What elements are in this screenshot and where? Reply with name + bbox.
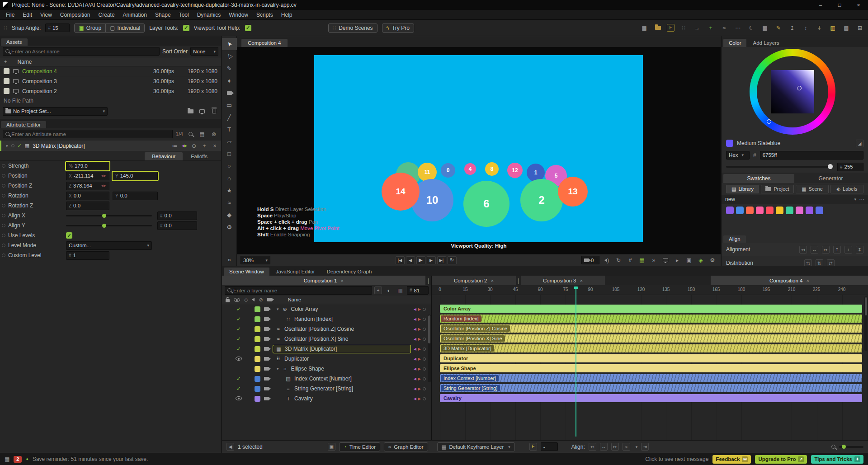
color-swatch[interactable] xyxy=(746,207,754,214)
color-swatch[interactable] xyxy=(756,207,764,214)
layer-color-swatch[interactable] xyxy=(255,356,260,362)
close-icon[interactable]: × xyxy=(491,278,494,283)
asset-row[interactable]: Composition 3 30.00fps 1920 x 1080 xyxy=(0,76,221,86)
layer-row-content[interactable]: ▾○Ellipse Shape xyxy=(273,365,411,373)
timeline-bar[interactable]: Oscillator [Position.Z] Cosine xyxy=(440,324,862,333)
attribute-editor-tab[interactable]: Attribute Editor xyxy=(1,121,46,128)
swatch-group-row[interactable]: new ▾ ⋯ xyxy=(722,195,868,204)
position-y-field[interactable]: Y145.0 xyxy=(113,172,158,180)
expand-icon[interactable]: ▾ xyxy=(277,307,279,311)
attribute-search-input[interactable] xyxy=(3,130,173,138)
keyframe-left-icon[interactable]: ◀ xyxy=(414,387,416,391)
shape-column-icon[interactable]: ◇ xyxy=(244,297,248,303)
menu-tool[interactable]: Tool xyxy=(175,10,193,19)
layer-name[interactable]: Random [Index] xyxy=(294,316,333,322)
keyframe-circle-icon[interactable] xyxy=(423,357,426,361)
folder-icon[interactable] xyxy=(653,23,662,33)
keyframe-left-icon[interactable]: ◀ xyxy=(414,397,416,401)
try-pro-button[interactable]: ϟTry Pro xyxy=(382,23,414,33)
color-swatch[interactable] xyxy=(766,207,774,214)
color-swatch[interactable] xyxy=(796,207,803,214)
alpha-knob[interactable] xyxy=(828,164,833,169)
keyframe-circle-icon[interactable] xyxy=(423,377,426,380)
visibility-check-icon[interactable]: ✓ xyxy=(235,326,243,332)
menu-dynamics[interactable]: Dynamics xyxy=(193,10,225,19)
timeline-ruler[interactable]: 0 15 30 45 60 75 90 105 120 135 150 165 … xyxy=(432,285,868,295)
use-levels-checkbox[interactable]: ✓ xyxy=(66,232,72,239)
layer-row[interactable]: ▾○Ellipse Shape ◀▶ xyxy=(222,364,431,374)
keyframe-circle-icon[interactable] xyxy=(423,397,426,400)
layers-icon[interactable]: ▣ xyxy=(684,256,693,265)
align-center-h-icon[interactable]: ↔ xyxy=(811,246,818,254)
hue-knob[interactable] xyxy=(767,119,771,124)
expand-icon[interactable]: ▾ xyxy=(277,366,279,371)
keyframe-layer-dropdown[interactable]: ▦Default Keyframe Layer▾ xyxy=(437,442,515,451)
alpha-field[interactable]: #255 xyxy=(837,163,863,171)
visibility-check-icon[interactable]: ✓ xyxy=(235,385,243,392)
layer-row[interactable]: ✓ ≡String Generator [String] ◀▶ xyxy=(222,384,431,394)
timeline-bar[interactable]: String Generator [String] xyxy=(440,384,862,392)
hex-mode-dropdown[interactable]: Hex▾ xyxy=(726,151,750,160)
alpha-slider[interactable] xyxy=(726,166,834,168)
sv-knob[interactable] xyxy=(797,86,802,90)
refresh-icon[interactable]: ↻ xyxy=(614,256,623,265)
sparkle-tool[interactable]: ◆ xyxy=(222,209,237,221)
playhead-handle[interactable] xyxy=(574,287,578,289)
strength-field[interactable]: %179.0 xyxy=(66,162,109,170)
keyframe-toggle-icon[interactable] xyxy=(2,214,5,217)
timeline-bar[interactable]: Oscillator [Position.X] Sine xyxy=(440,334,862,343)
layer-row-content[interactable]: ▦3D Matrix [Duplicator] xyxy=(273,345,411,353)
keyframe-arrows-icon[interactable]: ◀▶ xyxy=(182,144,187,148)
align-y-slider[interactable] xyxy=(66,225,152,226)
minimize-button[interactable]: – xyxy=(811,0,830,10)
align-bottom-icon[interactable]: ↧ xyxy=(815,23,824,33)
color-swatch[interactable] xyxy=(736,207,744,214)
keyframe-right-icon[interactable]: ▶ xyxy=(418,357,421,361)
viewport-tool-help-checkbox[interactable]: ✓ xyxy=(245,25,251,31)
timeline-scrollbar[interactable] xyxy=(864,296,868,351)
layer-row-content[interactable]: ≡String Generator [String] xyxy=(283,385,411,393)
duplicated-circle[interactable]: 14 xyxy=(382,173,420,211)
keyframe-left-icon[interactable]: ◀ xyxy=(414,307,416,311)
close-icon[interactable]: × xyxy=(806,278,809,283)
layer-list-scrollbar[interactable] xyxy=(428,315,431,382)
more-dots-icon[interactable]: ⋯ xyxy=(733,23,742,33)
keyframe-left-icon[interactable]: ◀ xyxy=(414,327,416,331)
layer-color-swatch[interactable] xyxy=(255,376,260,382)
hex-value-field[interactable]: 6755ff xyxy=(760,151,863,160)
tab-javascript-editor[interactable]: JavaScript Editor xyxy=(270,268,321,276)
asset-name[interactable]: Composition 3 xyxy=(22,78,57,85)
keyframe-toggle-icon[interactable] xyxy=(2,174,5,178)
node-enabled-check-icon[interactable]: ✓ xyxy=(18,143,22,149)
align-x-field[interactable]: #0.0 xyxy=(157,211,197,220)
visibility-eye-icon[interactable] xyxy=(235,356,243,362)
level-mode-dropdown[interactable]: Custom...▾ xyxy=(66,241,152,250)
visibility-eye-icon[interactable] xyxy=(235,395,243,402)
dots-grid-icon[interactable]: ▦ xyxy=(640,23,649,33)
expand-tools-button[interactable]: » xyxy=(222,254,237,266)
upgrade-to-pro-button[interactable]: Upgrade to Pro↗ xyxy=(755,455,807,464)
tab-generator[interactable]: Generator xyxy=(795,174,866,183)
text-tool[interactable]: T xyxy=(222,123,237,136)
position-x-field[interactable]: X-211.114◀▶ xyxy=(66,172,109,180)
zoom-dropdown[interactable]: 38%▾ xyxy=(241,256,270,264)
notification-badge[interactable]: 2 xyxy=(14,456,22,463)
chevron-down-icon[interactable]: ▾ xyxy=(854,197,856,202)
keyframe-left-icon[interactable]: ◀ xyxy=(414,317,416,321)
draw-tool[interactable]: ✎ xyxy=(222,62,237,75)
audio-column-icon[interactable] xyxy=(252,298,255,301)
keyframe-right-icon[interactable]: ▶ xyxy=(418,367,421,371)
columns-icon[interactable]: ▥ xyxy=(828,23,837,33)
expand-icon[interactable]: » xyxy=(649,256,658,265)
settings-gear-icon[interactable]: ⚙ xyxy=(708,256,717,265)
align-keys-center-icon[interactable]: ↔ xyxy=(600,443,608,451)
align-y-field[interactable]: #0.0 xyxy=(157,221,197,230)
layer-name[interactable]: 3D Matrix [Duplicator] xyxy=(285,346,337,352)
composition1-tab[interactable]: Composition 1× xyxy=(222,276,425,285)
close-node-icon[interactable]: × xyxy=(211,141,218,150)
quality-icon[interactable]: ▦ xyxy=(637,256,646,265)
timeline-bar[interactable]: Ellipse Shape xyxy=(440,364,862,372)
align-tab[interactable]: Align xyxy=(723,235,746,243)
feedback-button[interactable]: Feedback✉ xyxy=(712,455,751,464)
tab-color[interactable]: Color xyxy=(723,39,746,47)
